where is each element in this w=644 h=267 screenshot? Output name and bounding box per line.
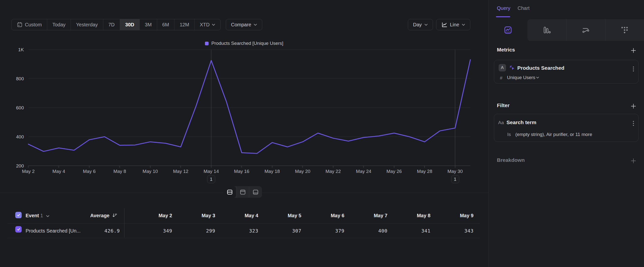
sort-icon[interactable] xyxy=(112,213,117,218)
tab-query[interactable]: Query xyxy=(497,6,510,11)
chart-type-button[interactable]: Line xyxy=(436,19,470,30)
date-column-header[interactable]: May 4 xyxy=(215,207,258,224)
range-button-30d[interactable]: 30D xyxy=(120,19,140,30)
date-column-header[interactable]: May 5 xyxy=(258,207,301,224)
metric-letter-badge: A xyxy=(498,64,506,71)
range-button-6m[interactable]: 6M xyxy=(157,19,174,30)
range-button-custom[interactable]: Custom xyxy=(12,19,47,30)
filter-value[interactable]: (empty string), Air purifier, or 11 more xyxy=(515,132,592,137)
annotation-badge[interactable]: 1 xyxy=(451,175,459,183)
y-axis-label: 1K xyxy=(18,47,24,52)
y-axis-label: 800 xyxy=(16,76,24,81)
metric-title: Products Searched xyxy=(517,64,564,72)
date-column-header[interactable]: May 7 xyxy=(344,207,388,224)
tab-insights[interactable] xyxy=(488,19,528,41)
add-breakdown-button[interactable] xyxy=(630,158,636,164)
check-icon xyxy=(17,228,20,231)
filter-menu-button[interactable] xyxy=(633,121,634,126)
layout-chart-only-button[interactable] xyxy=(236,186,249,198)
add-filter-button[interactable] xyxy=(630,103,636,109)
add-metric-button[interactable] xyxy=(630,47,636,54)
row-average-value: 426.9 xyxy=(83,224,120,238)
range-button-12m[interactable]: 12M xyxy=(174,19,194,30)
event-click-icon xyxy=(509,65,515,71)
range-button-yesterday[interactable]: Yesterday xyxy=(70,19,103,30)
x-axis-label: May 24 xyxy=(356,169,372,174)
range-label: 6M xyxy=(162,22,169,28)
granularity-label: Day xyxy=(413,22,422,28)
tab-retention[interactable] xyxy=(605,19,644,41)
line-chart-icon xyxy=(441,22,448,28)
range-label: 12M xyxy=(180,22,189,28)
granularity-button[interactable]: Day xyxy=(408,19,433,30)
x-axis-label: May 14 xyxy=(204,169,219,174)
bar-chart-icon xyxy=(543,26,551,34)
x-axis-label: May 30 xyxy=(448,169,463,174)
x-axis-label: May 26 xyxy=(386,169,402,174)
calendar-icon xyxy=(17,22,23,28)
date-column-value: 349 xyxy=(129,224,172,238)
x-axis-label: May 18 xyxy=(264,169,280,174)
compare-button[interactable]: Compare xyxy=(226,19,262,30)
range-label: XTD xyxy=(200,22,210,28)
tab-chart[interactable]: Chart xyxy=(518,6,530,11)
retention-dots-icon xyxy=(620,26,629,34)
split-horizontal-icon xyxy=(226,189,233,195)
x-axis-label: May 28 xyxy=(417,169,432,174)
date-column-header[interactable]: May 3 xyxy=(172,207,215,224)
aggregation-selector[interactable]: Unique Users xyxy=(507,75,535,80)
date-column-value: 400 xyxy=(344,224,388,238)
tab-bar-chart[interactable] xyxy=(528,19,566,41)
string-property-icon: Aa xyxy=(498,120,504,125)
chevron-down-icon xyxy=(424,24,428,26)
top-panel-icon xyxy=(240,189,246,195)
range-button-7d[interactable]: 7D xyxy=(103,19,120,30)
chevron-down-icon xyxy=(212,24,215,26)
filter-operator[interactable]: Is xyxy=(507,132,511,137)
annotation-badge[interactable]: 1 xyxy=(207,175,215,183)
y-axis-label: 400 xyxy=(16,134,24,139)
bottom-panel-icon xyxy=(252,189,259,195)
plus-icon xyxy=(630,103,636,109)
chevron-down-icon xyxy=(46,215,50,217)
range-label: 7D xyxy=(108,22,115,28)
chart-legend[interactable]: Products Searched [Unique Users] xyxy=(0,41,488,46)
range-button-xtd[interactable]: XTD xyxy=(194,19,220,30)
range-label: 3M xyxy=(145,22,152,28)
chart-type-tabs xyxy=(488,19,644,41)
event-column-header[interactable]: Event 1 xyxy=(26,207,50,224)
chevron-down-icon xyxy=(536,77,539,79)
select-all-checkbox[interactable] xyxy=(15,212,22,218)
table-column-divider xyxy=(124,208,124,237)
layout-table-only-button[interactable] xyxy=(249,186,262,198)
chart-type-label: Line xyxy=(450,22,459,28)
date-column-header[interactable]: May 9 xyxy=(430,207,474,224)
filter-card[interactable]: Aa Search term Is (empty string), Air pu… xyxy=(494,114,638,142)
y-axis-label: 200 xyxy=(16,163,24,168)
date-column-header[interactable]: May 8 xyxy=(388,207,430,224)
aggregation-symbol: # xyxy=(500,75,502,81)
date-column-value: 343 xyxy=(430,224,474,238)
date-range-group: CustomTodayYesterday7D30D3M6M12MXTD xyxy=(11,19,221,30)
series-line[interactable] xyxy=(28,60,470,153)
plus-icon xyxy=(630,47,636,54)
tab-funnel-flow[interactable] xyxy=(566,19,605,41)
range-button-today[interactable]: Today xyxy=(47,19,70,30)
x-axis-label: May 16 xyxy=(234,169,249,174)
metric-menu-button[interactable] xyxy=(633,67,634,71)
date-column-header[interactable]: May 2 xyxy=(129,207,172,224)
metric-card[interactable]: A Products Searched # Unique Users xyxy=(494,60,638,84)
active-tab-underline xyxy=(496,16,510,17)
range-button-3m[interactable]: 3M xyxy=(140,19,157,30)
average-column-header[interactable]: Average xyxy=(81,207,110,224)
x-axis-label: May 6 xyxy=(83,169,96,174)
row-checkbox[interactable] xyxy=(15,226,22,232)
x-axis-label: May 8 xyxy=(114,169,126,174)
check-icon xyxy=(17,213,20,217)
breakdown-heading: Breakdown xyxy=(497,157,525,163)
x-axis-label: May 22 xyxy=(326,169,341,174)
plus-icon xyxy=(630,158,636,164)
row-name[interactable]: Products Searched [Un... xyxy=(26,224,80,238)
date-column-header[interactable]: May 6 xyxy=(301,207,344,224)
layout-chart-and-table-button[interactable] xyxy=(223,186,236,198)
